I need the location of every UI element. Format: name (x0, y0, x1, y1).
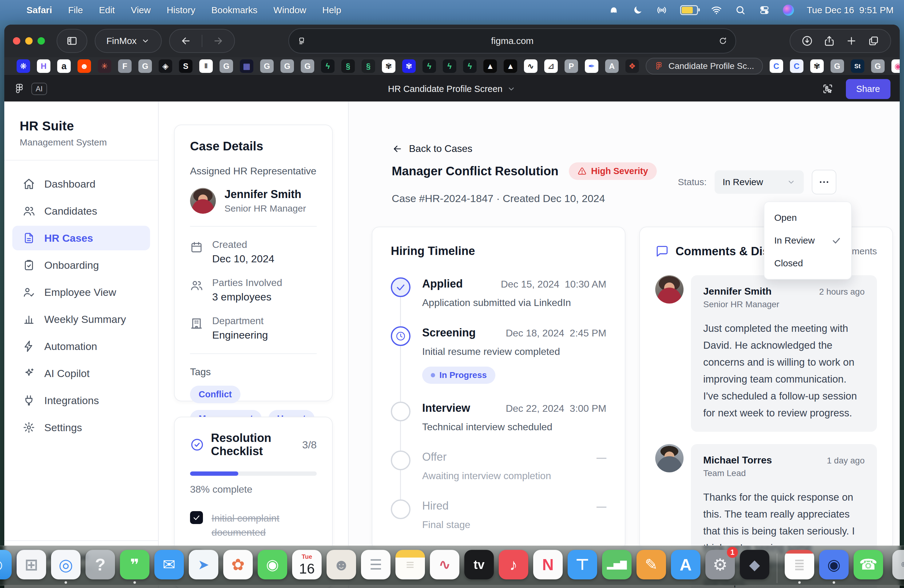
dock-app[interactable]: ◉ (258, 550, 287, 584)
dock-app[interactable]: ☎ (853, 550, 883, 584)
close-window-button[interactable] (13, 37, 20, 44)
back-to-cases-link[interactable]: Back to Cases (392, 143, 472, 154)
new-tab-icon[interactable] (846, 35, 857, 47)
zoom-window-button[interactable] (38, 37, 45, 44)
dock-app[interactable]: ⊤ (567, 550, 597, 584)
bookmark-tab-candidate-profile[interactable]: Candidate Profile Sc... (646, 58, 763, 74)
figma-ai-button[interactable]: AI (32, 83, 47, 95)
bookmark-icon[interactable]: H (37, 59, 51, 73)
status-menu-item[interactable]: Closed (764, 252, 851, 275)
status-menu-item[interactable]: Open (764, 206, 851, 229)
sidebar-nav-item[interactable]: Onboarding (12, 253, 150, 277)
dock-app[interactable]: tv (464, 550, 494, 584)
forward-button[interactable] (202, 30, 234, 52)
wifi-icon[interactable] (711, 5, 722, 16)
reader-icon[interactable] (297, 36, 306, 46)
status-menu-item[interactable]: In Review (764, 229, 851, 252)
bookmark-icon[interactable]: P (564, 59, 578, 73)
profile-switcher[interactable]: FinMox (95, 29, 162, 53)
bookmark-icon[interactable]: § (341, 59, 355, 73)
dock-app[interactable]: ≡ (395, 550, 425, 584)
screen-mirroring-icon[interactable] (656, 5, 667, 16)
bookmark-icon[interactable]: ◈ (159, 59, 172, 73)
menu-bar-item[interactable]: Bookmarks (211, 5, 258, 15)
share-icon[interactable] (823, 35, 835, 47)
spotlight-icon[interactable] (735, 5, 746, 16)
focus-moon-icon[interactable] (632, 5, 643, 16)
bookmark-icon[interactable]: ϟ (422, 59, 436, 73)
tab-overview-icon[interactable] (868, 35, 879, 47)
bookmark-icon[interactable]: ✾ (402, 59, 416, 73)
sidebar-nav-item[interactable]: Dashboard (12, 172, 150, 196)
dock-app[interactable]: ◉ (819, 550, 849, 584)
dock-app[interactable]: ▂▅▇ (602, 550, 632, 584)
figma-share-button[interactable]: Share (846, 79, 890, 99)
file-title[interactable]: HR Candidate Profile Screen (388, 84, 516, 94)
sidebar-nav-item[interactable]: Employee View (12, 280, 150, 305)
siri-icon[interactable] (783, 5, 794, 16)
control-center-icon[interactable] (759, 5, 770, 16)
reload-icon[interactable] (718, 36, 727, 46)
dock-app[interactable]: ☻ (327, 550, 356, 584)
dock-app[interactable]: N (533, 550, 563, 584)
bookmark-icon[interactable]: ✾ (810, 59, 824, 73)
sidebar-nav-item[interactable]: Automation (12, 334, 150, 359)
bookmark-icon[interactable]: ▲ (504, 59, 517, 73)
dock-app[interactable]: ➤ (189, 550, 218, 584)
menu-bar-item[interactable]: Safari (27, 5, 52, 15)
dock-app[interactable]: ✿ (223, 550, 253, 584)
bookmark-icon[interactable]: C (790, 59, 803, 73)
figma-logo-icon[interactable] (14, 83, 25, 95)
menu-bar-item[interactable]: History (167, 5, 195, 15)
bookmark-icon[interactable]: a (57, 59, 71, 73)
bookmark-icon[interactable]: ⊿ (544, 59, 558, 73)
bookmark-icon[interactable]: ✾ (382, 59, 395, 73)
dock-app[interactable]: Tue16 (292, 550, 322, 584)
more-options-button[interactable] (812, 170, 836, 194)
bookmark-icon[interactable]: ϟ (463, 59, 477, 73)
dock-app[interactable]: ⚙ 1 (705, 550, 735, 584)
dock-app[interactable]: ☰ (361, 550, 390, 584)
sidebar-nav-item[interactable]: Settings (12, 415, 150, 440)
status-select[interactable]: In Review (714, 171, 804, 194)
bookmark-icon[interactable]: ❖ (626, 59, 639, 73)
menu-extra-app-icon[interactable] (608, 5, 619, 16)
menu-bar-item[interactable]: Edit (99, 5, 115, 15)
sidebar-toggle-button[interactable] (57, 29, 87, 53)
menu-bar-item[interactable]: Window (273, 5, 306, 15)
bookmark-icon[interactable]: ☻ (77, 59, 91, 73)
bookmark-icon[interactable]: ‖ (199, 59, 213, 73)
bookmark-icon[interactable]: G (260, 59, 273, 73)
sidebar-nav-item[interactable]: Candidates (12, 199, 150, 223)
dock-app[interactable]: ≣ (785, 550, 814, 584)
bookmark-icon[interactable]: G (871, 59, 885, 73)
bookmark-icon[interactable]: S (179, 59, 193, 73)
tag-pill[interactable]: Conflict (190, 386, 240, 403)
bookmark-icon[interactable]: C (770, 59, 783, 73)
bookmark-icon[interactable]: ✳ (98, 59, 111, 73)
dock-app[interactable]: A (671, 550, 700, 584)
bookmark-icon[interactable]: § (362, 59, 375, 73)
bookmark-icon[interactable]: ◉ (891, 59, 900, 73)
dock-app[interactable]: ✉ (154, 550, 184, 584)
checkbox-checked-icon[interactable] (190, 511, 203, 524)
sidebar-nav-item[interactable]: Weekly Summary (12, 307, 150, 332)
bookmark-icon[interactable]: G (831, 59, 844, 73)
battery-icon[interactable] (680, 5, 698, 15)
dock-app[interactable]: ? (85, 550, 115, 584)
bookmark-icon[interactable]: ϟ (321, 59, 335, 73)
dock-app[interactable]: ⊞ (17, 550, 46, 584)
bookmark-icon[interactable]: G (220, 59, 233, 73)
bookmark-icon[interactable]: F (118, 59, 131, 73)
bookmark-icon[interactable]: ❋ (17, 59, 30, 73)
minimize-window-button[interactable] (25, 37, 33, 44)
dock-app[interactable]: ❞ (120, 550, 149, 584)
dock-trash[interactable]: ✏ (892, 550, 904, 584)
menu-bar-item[interactable]: File (68, 5, 83, 15)
back-button[interactable] (170, 30, 202, 52)
dev-mode-icon[interactable] (822, 83, 834, 95)
bookmark-icon[interactable]: ϟ (443, 59, 456, 73)
dock-app[interactable]: ◎ (51, 550, 81, 584)
menu-bar-item[interactable]: View (131, 5, 150, 15)
dock-app[interactable]: ♪ (499, 550, 528, 584)
